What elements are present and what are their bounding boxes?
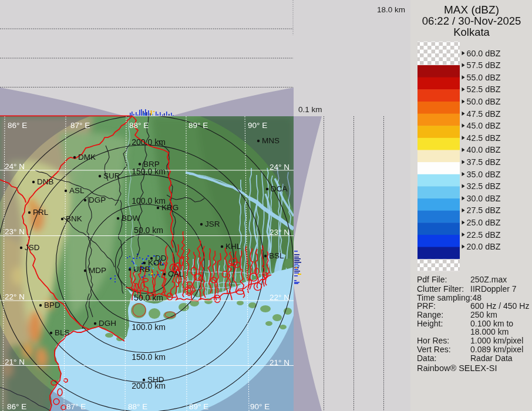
svg-text:60.0 dBZ: 60.0 dBZ	[467, 49, 501, 58]
svg-text:32.5 dBZ: 32.5 dBZ	[467, 181, 501, 191]
svg-text:88° E: 88° E	[128, 402, 147, 411]
svg-text:90° E: 90° E	[248, 121, 267, 130]
svg-text:Clutter Filter:: Clutter Filter:	[417, 284, 464, 294]
svg-text:IIRDoppler 7: IIRDoppler 7	[470, 284, 517, 294]
svg-text:24° N: 24° N	[270, 163, 289, 171]
svg-text:250Z.max: 250Z.max	[470, 275, 507, 284]
svg-text:BLS: BLS	[55, 328, 70, 337]
svg-text:KOL: KOL	[148, 258, 164, 267]
svg-text:BPD: BPD	[44, 301, 60, 309]
svg-text:PRF:: PRF:	[417, 301, 436, 311]
svg-text:ASL: ASL	[69, 186, 85, 195]
svg-text:MNS: MNS	[262, 136, 280, 145]
svg-text:Range:: Range:	[417, 310, 443, 319]
svg-text:PRL: PRL	[33, 208, 49, 217]
svg-text:55.0 dBZ: 55.0 dBZ	[467, 73, 501, 82]
svg-text:KRG: KRG	[161, 203, 179, 212]
svg-text:MDP: MDP	[89, 266, 106, 275]
svg-text:35.0 dBZ: 35.0 dBZ	[467, 170, 501, 179]
svg-text:88° E: 88° E	[129, 121, 149, 130]
svg-text:BRP: BRP	[143, 160, 160, 169]
svg-text:KHL: KHL	[225, 242, 241, 251]
svg-text:JSD: JSD	[25, 243, 40, 252]
svg-text:200.0 km: 200.0 km	[132, 137, 166, 147]
svg-text:SUR: SUR	[103, 171, 120, 180]
svg-text:Rainbow® SELEX-SI: Rainbow® SELEX-SI	[417, 363, 497, 373]
svg-text:90° E: 90° E	[250, 402, 270, 411]
svg-text:86° E: 86° E	[8, 121, 27, 130]
svg-text:250 km: 250 km	[470, 310, 497, 319]
svg-text:40.0 dBZ: 40.0 dBZ	[467, 145, 501, 154]
svg-text:86° E: 86° E	[7, 402, 26, 411]
svg-text:89° E: 89° E	[189, 402, 208, 411]
svg-text:06:22 / 30-Nov-2025: 06:22 / 30-Nov-2025	[422, 15, 521, 27]
svg-text:Radar Data: Radar Data	[470, 353, 513, 363]
svg-text:100.0 km: 100.0 km	[132, 322, 166, 332]
svg-text:47.5 dBZ: 47.5 dBZ	[467, 109, 501, 119]
svg-text:24° N: 24° N	[5, 162, 25, 171]
svg-text:18.0 km: 18.0 km	[377, 5, 405, 14]
svg-text:42.5 dBZ: 42.5 dBZ	[467, 133, 501, 143]
svg-text:37.5 dBZ: 37.5 dBZ	[467, 157, 501, 167]
svg-text:25.0 dBZ: 25.0 dBZ	[467, 218, 501, 227]
svg-text:CAL: CAL	[168, 269, 184, 278]
svg-text:52.5 dBZ: 52.5 dBZ	[467, 85, 501, 94]
svg-text:18.000 km: 18.000 km	[470, 327, 509, 336]
svg-text:21° N: 21° N	[5, 358, 25, 366]
svg-text:DGP: DGP	[89, 196, 106, 204]
svg-text:0.1 km: 0.1 km	[298, 105, 322, 114]
svg-text:20.0 dBZ: 20.0 dBZ	[467, 242, 501, 251]
svg-text:23° N: 23° N	[270, 228, 289, 237]
svg-text:DMK: DMK	[78, 153, 96, 161]
svg-text:27.5 dBZ: 27.5 dBZ	[467, 206, 501, 215]
svg-text:600 Hz / 450 Hz: 600 Hz / 450 Hz	[470, 301, 529, 311]
svg-text:BDW: BDW	[122, 214, 140, 223]
svg-text:MAX (dBZ): MAX (dBZ)	[444, 4, 499, 16]
svg-text:Height:: Height:	[417, 319, 443, 328]
svg-text:DCA: DCA	[271, 184, 288, 193]
svg-text:22.5 dBZ: 22.5 dBZ	[467, 230, 501, 240]
svg-text:50.0 km: 50.0 km	[134, 225, 163, 235]
svg-text:Pdf File:: Pdf File:	[417, 275, 447, 284]
svg-text:150.0 km: 150.0 km	[132, 352, 166, 362]
svg-text:22° N: 22° N	[5, 292, 25, 301]
svg-text:JSR: JSR	[205, 220, 220, 228]
svg-text:50.0 km: 50.0 km	[134, 293, 163, 302]
svg-text:BSL: BSL	[269, 251, 284, 260]
svg-text:Data:: Data:	[417, 353, 436, 363]
svg-text:45.0 dBZ: 45.0 dBZ	[467, 121, 501, 130]
svg-text:100.0 km: 100.0 km	[132, 196, 166, 206]
svg-text:50.0 dBZ: 50.0 dBZ	[467, 97, 501, 106]
svg-text:SHD: SHD	[147, 375, 164, 384]
svg-text:89° E: 89° E	[188, 121, 208, 130]
svg-text:21° N: 21° N	[270, 358, 289, 367]
svg-text:57.5 dBZ: 57.5 dBZ	[467, 60, 501, 70]
svg-text:DNB: DNB	[37, 177, 54, 186]
svg-text:22° N: 22° N	[270, 293, 289, 302]
svg-text:Hor Res:: Hor Res:	[417, 336, 449, 345]
svg-text:Kolkata: Kolkata	[453, 26, 490, 38]
svg-text:87° E: 87° E	[70, 121, 90, 130]
svg-text:23° N: 23° N	[5, 227, 25, 236]
svg-text:BNK: BNK	[66, 214, 82, 223]
svg-text:URB: URB	[133, 265, 150, 274]
svg-text:1.000 km/pixel: 1.000 km/pixel	[470, 336, 523, 345]
svg-text:30.0 dBZ: 30.0 dBZ	[467, 194, 501, 203]
svg-text:DGH: DGH	[99, 319, 116, 328]
svg-text:87° E: 87° E	[66, 402, 86, 411]
